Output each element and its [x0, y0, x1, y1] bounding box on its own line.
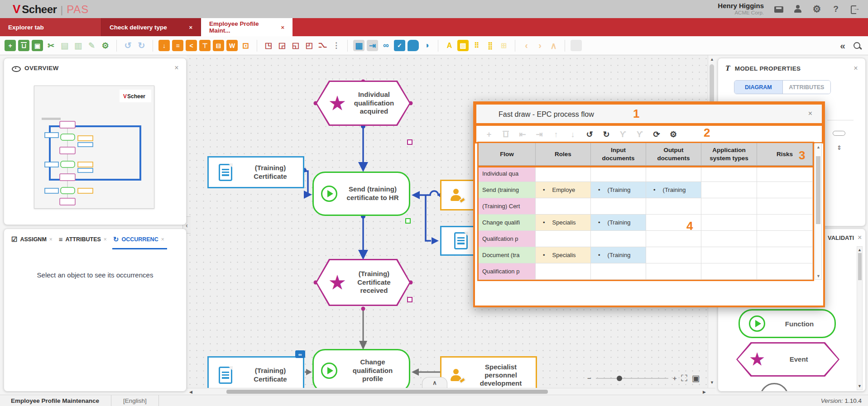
refresh-icon[interactable]: ⟳ — [651, 129, 662, 140]
risks-cell[interactable] — [757, 182, 813, 198]
indent-icon[interactable]: ⇥ — [533, 129, 545, 140]
function-node[interactable]: Send (training) certificate to HR — [312, 172, 410, 216]
close-icon[interactable]: × — [104, 236, 107, 243]
close-icon[interactable]: × — [49, 236, 53, 243]
scroll-down-arrow[interactable]: ▼ — [858, 384, 862, 388]
fullscreen-icon[interactable]: ⛶ — [681, 373, 687, 383]
duplicate-icon[interactable]: ▣ — [32, 40, 43, 51]
model-tab-1[interactable]: Explorer tab — [0, 18, 101, 36]
output-documents-cell[interactable] — [646, 198, 701, 215]
output-documents-cell[interactable] — [646, 247, 701, 263]
column-header[interactable]: Flow — [479, 143, 536, 166]
word-export-icon[interactable]: W — [226, 40, 238, 51]
input-documents-cell[interactable]: •(Training — [591, 247, 646, 263]
palette-connector-item[interactable] — [760, 383, 789, 392]
nav-up-icon[interactable]: ∧ — [548, 40, 559, 51]
flow-cell[interactable]: Change qualifi — [479, 215, 536, 231]
scroll-down-arrow[interactable]: ▼ — [816, 274, 820, 278]
column-header[interactable]: Roles — [536, 143, 591, 166]
fastdraw-settings-icon[interactable]: ⚙ — [667, 129, 679, 140]
input-documents-cell[interactable] — [591, 198, 646, 215]
roles-cell[interactable] — [536, 198, 591, 215]
cut-icon[interactable]: ✂ — [45, 40, 57, 51]
undo-icon[interactable]: ↺ — [584, 129, 595, 140]
branch-right-icon[interactable]: ϒ — [634, 129, 646, 140]
table-row[interactable]: Individual qua — [479, 166, 813, 182]
zoom-in-button[interactable]: + — [673, 374, 677, 382]
image-export-icon[interactable]: ⊡ — [240, 40, 251, 51]
model-tab-2[interactable]: Check delivery type× — [101, 18, 201, 36]
scroll-up-arrow[interactable]: ▲ — [710, 57, 714, 62]
close-icon[interactable]: × — [174, 64, 179, 72]
text-style-icon[interactable]: A — [444, 40, 455, 51]
table-row[interactable]: Qualification p — [479, 263, 813, 280]
close-icon[interactable]: × — [858, 234, 862, 242]
input-documents-cell[interactable] — [591, 263, 646, 280]
delete-row-icon[interactable]: ⊔ — [500, 129, 512, 140]
insert-image-icon[interactable]: ▨ — [457, 40, 469, 51]
risks-cell[interactable] — [757, 166, 813, 182]
scroll-left-arrow[interactable]: ◀ — [189, 390, 192, 394]
zoom-out-button[interactable]: − — [587, 374, 591, 382]
comment-icon[interactable] — [408, 40, 419, 51]
roles-cell[interactable] — [536, 231, 591, 247]
logout-icon[interactable] — [850, 5, 860, 14]
application-system-types-cell[interactable] — [701, 215, 757, 231]
outdent-icon[interactable]: ⇤ — [517, 129, 528, 140]
risks-cell[interactable] — [757, 215, 813, 231]
canvas-horizontal-scrollbar[interactable]: ◀ ▶ — [187, 388, 715, 395]
tab-assignm[interactable]: ☑ASSIGNM× — [10, 234, 55, 248]
edit-icon[interactable]: ✎ — [86, 40, 97, 51]
new-model-icon[interactable]: + — [5, 40, 16, 51]
redo-icon[interactable]: ↻ — [136, 40, 147, 51]
flow-cell[interactable]: Qualifcation p — [479, 231, 536, 247]
risks-cell[interactable] — [757, 247, 813, 263]
palette-function-item[interactable]: Function — [739, 309, 836, 338]
column-header[interactable]: Input documents — [591, 143, 646, 166]
horizontal-scroll-thumb[interactable] — [226, 390, 548, 394]
application-system-types-cell[interactable] — [701, 166, 757, 182]
close-icon[interactable]: × — [808, 110, 812, 118]
nav-forward-icon[interactable]: › — [534, 40, 546, 51]
copy-occurrence-icon[interactable]: ◳ — [263, 40, 274, 51]
event-node[interactable]: ★ Individual qualification acquired — [316, 81, 411, 126]
output-documents-cell[interactable]: •(Training — [646, 182, 701, 198]
zoom-slider[interactable] — [596, 378, 668, 379]
tab-attributes[interactable]: ATTRIBUTES — [783, 81, 831, 94]
hierarchy-icon[interactable]: ⌥ — [317, 40, 328, 51]
output-documents-cell[interactable] — [646, 263, 701, 280]
user-icon[interactable] — [793, 5, 803, 14]
move-up-icon[interactable]: ↑ — [550, 129, 562, 140]
roles-cell[interactable]: •Specialis — [536, 247, 591, 263]
column-header[interactable]: Application system types — [701, 143, 757, 166]
paste-definition-icon[interactable]: ◰ — [303, 40, 315, 51]
scroll-down-arrow[interactable]: ▼ — [710, 380, 714, 385]
palette-scroll-thumb[interactable] — [858, 253, 862, 280]
report-icon[interactable]: ≡ — [172, 40, 183, 51]
flow-cell[interactable]: Send (training — [479, 182, 536, 198]
fit-view-icon[interactable]: ▣ — [692, 373, 700, 383]
scroll-up-arrow[interactable]: ▲ — [816, 145, 820, 149]
close-icon[interactable]: × — [189, 24, 192, 31]
model-tab-3[interactable]: Employee Profile Maint...× — [201, 18, 293, 36]
input-documents-cell[interactable] — [591, 231, 646, 247]
compare-icon[interactable]: ◑ — [421, 40, 432, 51]
roles-cell[interactable] — [536, 263, 591, 280]
pin-panel-icon[interactable]: ⇥ — [367, 40, 378, 51]
roles-cell[interactable]: •Employe — [536, 182, 591, 198]
collapse-panel-icon[interactable]: « — [840, 40, 845, 51]
language-indicator[interactable]: [English] — [111, 397, 158, 404]
undo-icon[interactable]: ↺ — [122, 40, 134, 51]
more-options-icon[interactable]: ⋮ — [331, 40, 342, 51]
close-icon[interactable]: × — [854, 64, 858, 72]
grid-large-icon[interactable]: ⣿ — [484, 40, 496, 51]
table-icon[interactable]: ⊞ — [498, 40, 509, 51]
paste-occurrence-icon[interactable]: ◲ — [276, 40, 288, 51]
inbox-icon[interactable] — [774, 5, 784, 14]
vertical-scroll-thumb[interactable] — [710, 64, 714, 107]
application-system-types-cell[interactable] — [701, 231, 757, 247]
toggle-pill[interactable] — [833, 131, 845, 136]
binoculars-icon[interactable]: ∞ — [380, 40, 392, 51]
flow-cell[interactable]: (Training) Cert — [479, 198, 536, 215]
palette-event-item[interactable]: ★ Event — [736, 342, 839, 377]
